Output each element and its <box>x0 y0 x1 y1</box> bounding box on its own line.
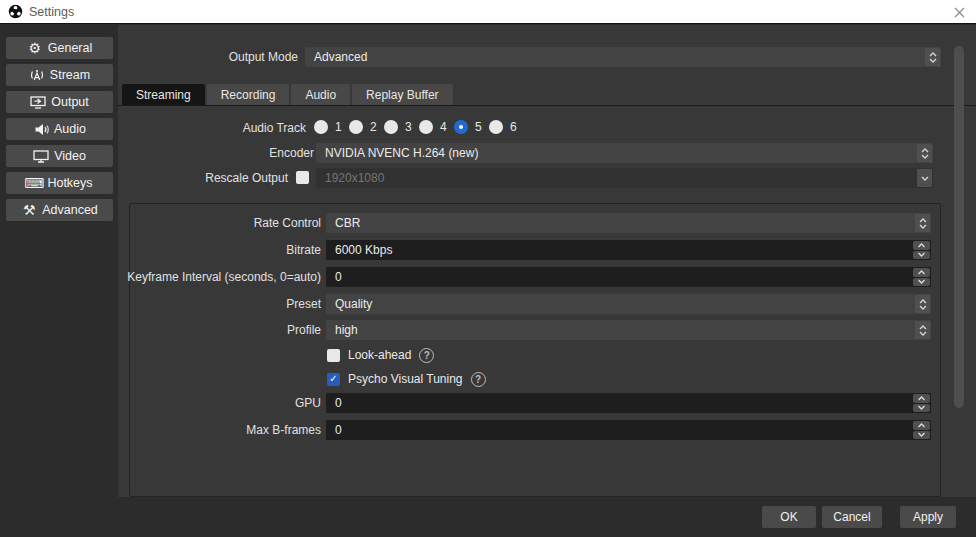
gpu-spinbox[interactable]: 0 <box>326 393 931 413</box>
profile-label: Profile <box>287 323 321 337</box>
sidebar-item-audio[interactable]: Audio <box>6 118 113 140</box>
max-bframes-label: Max B-frames <box>246 423 321 437</box>
keyboard-icon: ⌨ <box>26 176 42 191</box>
speaker-icon <box>33 122 49 137</box>
ok-button[interactable]: OK <box>762 506 816 528</box>
encoder-row: Encoder NVIDIA NVENC H.264 (new) <box>118 143 976 163</box>
look-ahead-row: Look-ahead <box>327 347 434 363</box>
monitor-icon <box>33 149 49 164</box>
combo-arrows-icon[interactable] <box>917 144 932 162</box>
spin-up-icon[interactable] <box>913 241 930 250</box>
combo-arrows-icon[interactable] <box>915 321 930 339</box>
window-title: Settings <box>29 5 74 19</box>
tab-streaming[interactable]: Streaming <box>122 84 205 105</box>
tools-icon: ⚒ <box>21 203 37 218</box>
gpu-row: GPU 0 <box>130 393 940 413</box>
rescale-output-select[interactable]: 1920x1080 <box>316 168 933 188</box>
audio-track-radio-2[interactable]: 2 <box>349 120 377 134</box>
look-ahead-checkbox[interactable] <box>327 349 340 362</box>
bitrate-row: Bitrate 6000 Kbps <box>130 240 940 260</box>
output-mode-select[interactable]: Advanced <box>305 47 941 67</box>
gpu-label: GPU <box>295 396 321 410</box>
encoder-select[interactable]: NVIDIA NVENC H.264 (new) <box>316 143 933 163</box>
profile-select[interactable]: high <box>326 320 931 340</box>
profile-row: Profile high <box>130 320 940 340</box>
sidebar-item-advanced[interactable]: ⚒ Advanced <box>6 199 113 221</box>
settings-pane: Output Mode Advanced Streaming Recording… <box>118 25 976 497</box>
rate-control-label: Rate Control <box>254 216 321 230</box>
encoder-settings-group: Rate Control CBR Bitrate 6000 Kbps <box>129 203 941 497</box>
rescale-output-checkbox[interactable] <box>296 171 309 184</box>
antenna-icon <box>29 68 45 83</box>
sidebar-item-output[interactable]: Output <box>6 91 113 113</box>
combo-arrow-down-icon[interactable] <box>917 169 932 187</box>
keyframe-interval-spinbox[interactable]: 0 <box>326 267 931 287</box>
output-tabbar: Streaming Recording Audio Replay Buffer <box>122 84 453 105</box>
output-mode-row: Output Mode Advanced <box>118 47 976 67</box>
audio-track-radio-5[interactable]: 5 <box>454 120 482 134</box>
audio-track-radio-4[interactable]: 4 <box>419 120 447 134</box>
spin-down-icon[interactable] <box>913 251 930 260</box>
audio-track-radio-1[interactable]: 1 <box>314 120 342 134</box>
display-output-icon <box>30 95 46 110</box>
combo-arrows-icon[interactable] <box>915 295 930 313</box>
combo-arrows-icon[interactable] <box>925 48 940 66</box>
rate-control-row: Rate Control CBR <box>130 213 940 233</box>
obs-logo-icon <box>8 4 23 19</box>
close-icon[interactable] <box>950 4 968 20</box>
radio-icon[interactable] <box>349 120 363 134</box>
max-bframes-row: Max B-frames 0 <box>130 420 940 440</box>
help-icon[interactable] <box>471 372 486 387</box>
audio-track-radio-6[interactable]: 6 <box>489 120 517 134</box>
sidebar-item-general[interactable]: ⚙ General <box>6 37 113 59</box>
bitrate-label: Bitrate <box>286 243 321 257</box>
audio-track-label: Audio Track <box>243 121 306 135</box>
scrollbar-thumb[interactable] <box>954 46 964 408</box>
look-ahead-label: Look-ahead <box>348 348 411 362</box>
settings-window: Settings ⚙ General Stream <box>0 0 976 537</box>
radio-icon[interactable] <box>489 120 503 134</box>
radio-icon[interactable] <box>419 120 433 134</box>
spin-down-icon[interactable] <box>913 404 930 413</box>
psycho-visual-tuning-label: Psycho Visual Tuning <box>348 372 463 386</box>
preset-row: Preset Quality <box>130 294 940 314</box>
sidebar: ⚙ General Stream Outp <box>0 25 118 537</box>
psycho-visual-tuning-row: Psycho Visual Tuning <box>327 371 486 387</box>
output-mode-label: Output Mode <box>229 50 298 64</box>
settings-scrollbar[interactable] <box>953 25 965 497</box>
titlebar: Settings <box>0 0 976 24</box>
rate-control-select[interactable]: CBR <box>326 213 931 233</box>
encoder-label: Encoder <box>269 146 314 160</box>
spin-down-icon[interactable] <box>913 278 930 287</box>
radio-icon[interactable] <box>384 120 398 134</box>
preset-label: Preset <box>286 297 321 311</box>
combo-arrows-icon[interactable] <box>915 214 930 232</box>
spin-up-icon[interactable] <box>913 268 930 277</box>
tab-audio[interactable]: Audio <box>291 84 350 105</box>
rescale-output-row: Rescale Output 1920x1080 <box>118 168 976 188</box>
tab-recording[interactable]: Recording <box>207 84 290 105</box>
gear-icon: ⚙ <box>27 41 43 56</box>
max-bframes-spinbox[interactable]: 0 <box>326 420 931 440</box>
sidebar-item-stream[interactable]: Stream <box>6 64 113 86</box>
tab-replay-buffer[interactable]: Replay Buffer <box>352 84 453 105</box>
rescale-output-label: Rescale Output <box>205 171 288 185</box>
apply-button[interactable]: Apply <box>900 506 956 528</box>
psycho-visual-tuning-checkbox[interactable] <box>327 373 340 386</box>
help-icon[interactable] <box>419 348 434 363</box>
sidebar-item-hotkeys[interactable]: ⌨ Hotkeys <box>6 172 113 194</box>
tabbar-underline <box>118 105 976 106</box>
audio-track-radio-3[interactable]: 3 <box>384 120 412 134</box>
cancel-button[interactable]: Cancel <box>822 506 882 528</box>
radio-icon[interactable] <box>454 120 468 134</box>
audio-track-row: Audio Track 1 2 3 4 5 <box>118 118 976 138</box>
keyframe-interval-row: Keyframe Interval (seconds, 0=auto) 0 <box>130 267 940 287</box>
bitrate-spinbox[interactable]: 6000 Kbps <box>326 240 931 260</box>
spin-down-icon[interactable] <box>913 431 930 440</box>
keyframe-interval-label: Keyframe Interval (seconds, 0=auto) <box>127 270 321 284</box>
spin-up-icon[interactable] <box>913 421 930 430</box>
preset-select[interactable]: Quality <box>326 294 931 314</box>
sidebar-item-video[interactable]: Video <box>6 145 113 167</box>
spin-up-icon[interactable] <box>913 394 930 403</box>
radio-icon[interactable] <box>314 120 328 134</box>
